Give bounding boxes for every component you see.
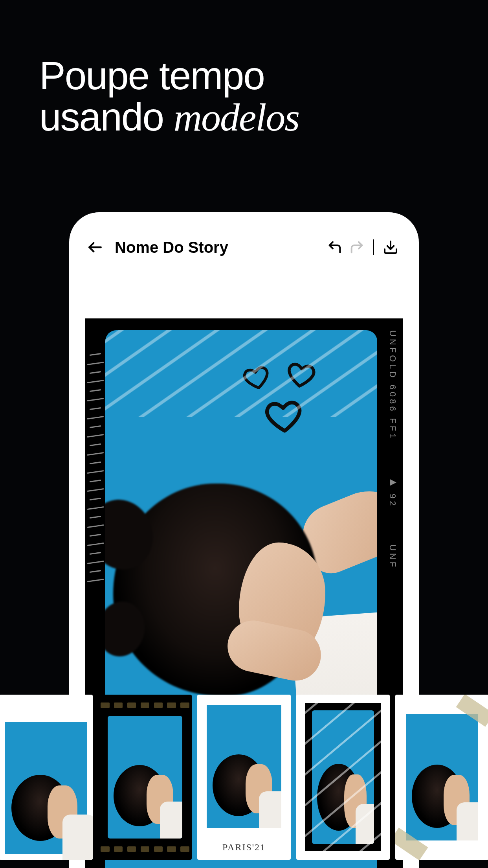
headline-line-2b: modelos: [174, 96, 299, 139]
template-caption: PARIS'21: [197, 842, 291, 853]
template-card-taped[interactable]: [395, 695, 488, 860]
film-marker: ▶ 92: [387, 477, 398, 508]
template-card-polaroid[interactable]: PARIS'21: [197, 695, 291, 860]
headline-line-2a: usando: [39, 95, 174, 139]
toolbar-divider: [373, 239, 374, 255]
film-label-bottom: UNF: [387, 544, 398, 569]
undo-button[interactable]: [324, 236, 346, 258]
editor-toolbar: Nome Do Story: [69, 230, 419, 265]
templates-strip[interactable]: PARIS'21: [0, 686, 488, 868]
download-button[interactable]: [380, 236, 402, 258]
headline-line-1: Poupe tempo: [39, 53, 264, 97]
film-label-top: UNFOLD 6086 FF1: [388, 330, 398, 441]
plastic-shine-overlay: [105, 330, 377, 417]
back-arrow-icon: [86, 239, 104, 256]
marketing-headline: Poupe tempo usando modelos: [39, 55, 299, 138]
redo-icon: [349, 239, 365, 255]
undo-icon: [327, 239, 343, 255]
download-icon: [383, 239, 398, 255]
redo-button[interactable]: [346, 236, 368, 258]
template-card-film-frame[interactable]: [98, 695, 192, 860]
template-card-torn-edge[interactable]: [0, 695, 93, 860]
back-button[interactable]: [86, 239, 104, 256]
template-card-plastic-film[interactable]: [296, 695, 390, 860]
story-title[interactable]: Nome Do Story: [115, 239, 228, 256]
